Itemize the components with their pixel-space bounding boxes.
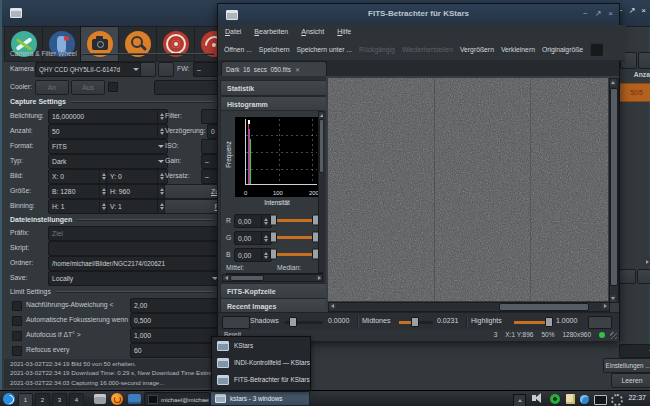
stretch-toggle-box[interactable]	[222, 316, 250, 329]
directory-input[interactable]: /home/michael/Bilder/NGC2174/020621	[48, 256, 222, 271]
mark-stars-icon[interactable]	[590, 43, 603, 56]
channel-b-spinbox[interactable]: 0,00	[234, 248, 272, 262]
workspace-2-button[interactable]: 2	[35, 393, 50, 406]
menu-hilfe[interactable]: Hilfe	[337, 28, 351, 35]
redo-button[interactable]: Wiederherstellen	[402, 46, 453, 53]
camera-extra-button-1[interactable]	[140, 62, 156, 77]
spin-arrows-icon[interactable]	[157, 110, 164, 123]
menu-bearbeiten[interactable]: Bearbeiten	[254, 28, 288, 35]
queue-button-4[interactable]	[637, 269, 650, 284]
slider-min-handle[interactable]	[270, 249, 277, 260]
app-menu-button[interactable]	[3, 393, 15, 405]
reset-frame-button[interactable]: Zu	[164, 184, 223, 199]
channel-r-slider[interactable]	[269, 214, 319, 226]
workspace-1-button[interactable]: 1	[18, 393, 33, 406]
workspace-3-button[interactable]: 3	[52, 393, 67, 406]
camera-select[interactable]: QHY CCD QHY5LII-C-6147d	[35, 62, 143, 77]
menu-datei[interactable]: Datei	[225, 28, 241, 35]
cooler-checkbox[interactable]	[108, 82, 118, 92]
chat-app-icon[interactable]	[128, 394, 141, 404]
fits-header-rollout[interactable]: FITS-Kopfzeile	[220, 283, 332, 299]
histogram-panel-vscrollbar[interactable]	[318, 111, 324, 273]
autofocus-hfr-value[interactable]: 0,500	[130, 313, 224, 328]
autofocus-dt-checkbox[interactable]	[12, 331, 22, 341]
midtones-slider[interactable]	[399, 313, 433, 331]
zoom-original-button[interactable]: Originalgröße	[542, 46, 583, 53]
popup-item-kstars[interactable]: KStars	[212, 337, 310, 354]
save-button[interactable]: Speichern	[259, 46, 290, 53]
queue-dropdown[interactable]	[619, 344, 650, 358]
close-icon[interactable]: ×	[608, 10, 613, 18]
popup-item-fits[interactable]: FITS-Betrachter für KStars	[212, 371, 310, 388]
settings-button[interactable]: Einstellungen ...	[603, 358, 650, 373]
save-mode-select[interactable]: Locally	[48, 271, 222, 286]
frame-x-spinbox[interactable]: X: 0	[48, 169, 110, 184]
channel-b-slider[interactable]	[269, 248, 319, 260]
zoom-in-button[interactable]: Vergrößern	[460, 46, 494, 53]
queue-button-2[interactable]	[638, 52, 650, 69]
zoom-out-button[interactable]: Verkleinern	[501, 46, 535, 53]
spin-arrows-icon[interactable]	[157, 125, 164, 138]
highlights-slider[interactable]	[514, 313, 552, 331]
exposure-spinbox[interactable]: 16,000000	[48, 109, 168, 124]
channel-g-spinbox[interactable]: 0,00	[234, 231, 272, 245]
type-select[interactable]: Dark	[48, 154, 168, 169]
count-spinbox[interactable]: 50	[48, 124, 168, 139]
menu-ansicht[interactable]: Ansicht	[301, 28, 324, 35]
tray-expand-button[interactable]	[513, 394, 526, 406]
taskbar-terminal-button[interactable]: michael@michael-astro: ~	[144, 392, 210, 406]
slider-min-handle[interactable]	[270, 215, 277, 226]
slider-handle[interactable]	[289, 317, 297, 327]
image-vscrollbar[interactable]	[609, 78, 619, 303]
prefix-input[interactable]: Ziel	[48, 226, 222, 241]
fits-image-tab[interactable]: Dark_16_secs_050.fits ✕	[221, 61, 327, 77]
spin-arrows-icon[interactable]	[157, 170, 164, 183]
script-input[interactable]	[48, 241, 222, 256]
guide-deviation-checkbox[interactable]	[12, 301, 22, 311]
open-button[interactable]: Öffnen ...	[224, 46, 252, 53]
frame-y-spinbox[interactable]: Y: 0	[106, 169, 168, 184]
undo-button[interactable]: Rückgängig	[359, 46, 395, 53]
autofocus-dt-value[interactable]: 1,000	[130, 328, 224, 343]
save-as-button[interactable]: Speichern unter ...	[296, 46, 352, 53]
channel-g-slider[interactable]	[269, 231, 319, 243]
tab-close-icon[interactable]: ✕	[295, 66, 300, 73]
close-icon[interactable]: ×	[641, 7, 646, 15]
clear-log-button[interactable]: Leeren	[611, 373, 650, 388]
stretch-extra-box[interactable]	[588, 316, 612, 329]
refocus-every-value[interactable]: 60	[130, 343, 224, 358]
size-w-spinbox[interactable]: B: 1280	[48, 184, 110, 199]
taskbar-kstars-group-button[interactable]: kstars - 3 windows	[210, 391, 310, 406]
workspace-4-button[interactable]: 4	[69, 393, 84, 406]
firefox-icon[interactable]	[111, 393, 123, 405]
binning-extra-button[interactable]: P	[164, 199, 223, 214]
binning-h-spinbox[interactable]: H: 1	[48, 199, 110, 214]
minimize-icon[interactable]: −	[583, 10, 588, 18]
notes-tray-icon[interactable]	[566, 394, 575, 404]
restore-icon[interactable]: ↗	[595, 10, 602, 18]
recorder-tray-icon[interactable]	[550, 394, 560, 404]
format-select[interactable]: FITS	[48, 139, 168, 154]
clock[interactable]: 22:37	[628, 394, 646, 401]
spin-arrows-icon[interactable]	[99, 170, 106, 183]
spin-arrows-icon[interactable]	[261, 249, 268, 261]
histogram-panel-hscrollbar[interactable]	[222, 274, 323, 282]
spin-arrows-icon[interactable]	[99, 185, 106, 198]
slider-handle[interactable]	[411, 317, 419, 327]
spin-arrows-icon[interactable]	[157, 185, 164, 198]
spin-arrows-icon[interactable]	[157, 200, 164, 213]
info-tray-icon[interactable]	[580, 395, 589, 404]
binning-v-spinbox[interactable]: V: 1	[106, 199, 168, 214]
image-hscrollbar[interactable]	[328, 302, 610, 312]
popup-item-indi[interactable]: INDI-Kontrollfeld — KStars	[212, 354, 310, 371]
restore-icon[interactable]: ↗	[629, 7, 636, 15]
queue-button-3[interactable]	[619, 269, 636, 284]
cooler-off-button[interactable]: Aus	[71, 80, 105, 95]
slider-handle[interactable]	[545, 317, 553, 327]
cooler-on-button[interactable]: An	[35, 80, 69, 95]
fits-image[interactable]	[328, 78, 608, 301]
statistics-rollout[interactable]: Statistik	[220, 80, 332, 96]
slider-min-handle[interactable]	[270, 232, 277, 243]
settings-gear-icon[interactable]	[611, 394, 623, 406]
file-manager-icon[interactable]	[94, 394, 106, 404]
